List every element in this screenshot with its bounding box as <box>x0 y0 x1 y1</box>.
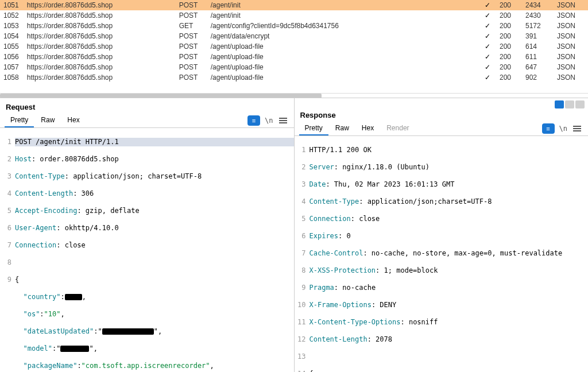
request-panel: Request Pretty Raw Hex ≡ \n 1POST /agent… <box>0 98 294 372</box>
layout-toggle[interactable] <box>295 98 589 111</box>
menu-icon[interactable] <box>277 118 289 123</box>
history-row[interactable]: 1055https://order.80876dd5.shopPOST/agen… <box>0 41 588 52</box>
layout-rows-icon[interactable] <box>565 100 574 108</box>
wrap-icon[interactable]: ≡ <box>542 123 555 134</box>
history-row[interactable]: 1056https://order.80876dd5.shopPOST/agen… <box>0 52 588 62</box>
tab-pretty[interactable]: Pretty <box>299 122 328 135</box>
horizontal-scrollbar[interactable] <box>0 93 588 98</box>
tab-raw[interactable]: Raw <box>330 122 355 135</box>
request-title: Request <box>6 103 288 111</box>
wrap-icon[interactable]: ≡ <box>247 115 260 126</box>
newline-icon[interactable]: \n <box>557 125 570 133</box>
tab-hex[interactable]: Hex <box>61 114 85 127</box>
history-row[interactable]: 1054https://order.80876dd5.shopPOST/agen… <box>0 31 588 41</box>
history-row[interactable]: 1057https://order.80876dd5.shopPOST/agen… <box>0 62 588 72</box>
tab-pretty[interactable]: Pretty <box>5 114 34 127</box>
tab-hex[interactable]: Hex <box>356 122 380 135</box>
newline-icon[interactable]: \n <box>262 117 275 125</box>
tab-render[interactable]: Render <box>381 122 415 135</box>
history-row[interactable]: 1051https://order.80876dd5.shopPOST/agen… <box>0 0 588 10</box>
response-title: Response <box>300 111 583 119</box>
history-row[interactable]: 1052https://order.80876dd5.shopPOST/agen… <box>0 10 588 21</box>
layout-columns-icon[interactable] <box>555 100 564 108</box>
proxy-history-table[interactable]: 1051https://order.80876dd5.shopPOST/agen… <box>0 0 588 93</box>
tab-raw[interactable]: Raw <box>35 114 60 127</box>
history-row[interactable]: 1058https://order.80876dd5.shopPOST/agen… <box>0 72 588 83</box>
request-editor[interactable]: 1POST /agent/init HTTP/1.1 2Host: order.… <box>0 128 294 372</box>
response-panel: Response Pretty Raw Hex Render ≡ \n 1HTT… <box>294 98 589 372</box>
layout-single-icon[interactable] <box>575 100 585 108</box>
history-row[interactable]: 1053https://order.80876dd5.shopGET/agent… <box>0 21 588 31</box>
menu-icon[interactable] <box>571 126 583 131</box>
response-editor[interactable]: 1HTTP/1.1 200 OK 2Server: nginx/1.18.0 (… <box>295 136 589 372</box>
